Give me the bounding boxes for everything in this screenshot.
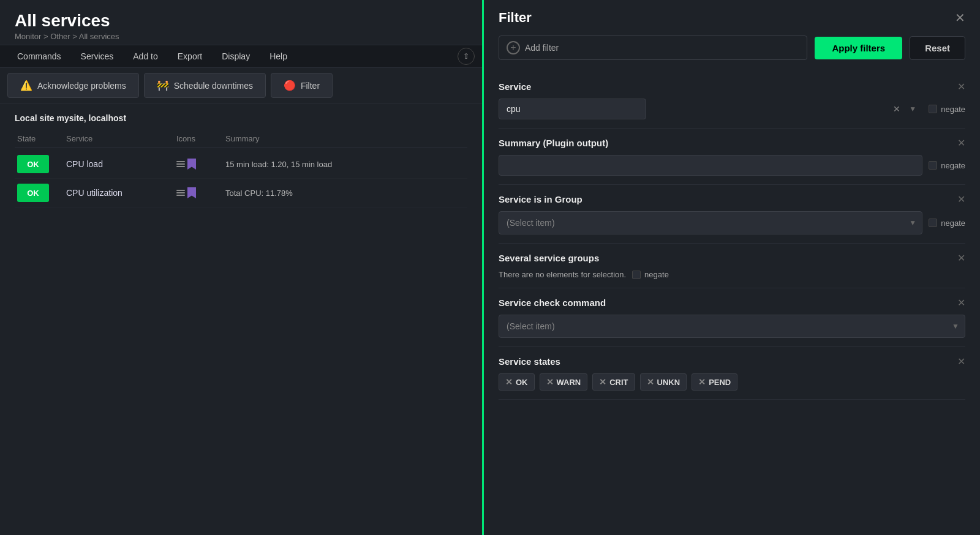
service-name[interactable]: CPU load — [66, 159, 176, 169]
service-group-select-wrap: (Select item) ▼ — [499, 211, 922, 234]
filter-row-check-command: (Select item) ▼ — [499, 315, 965, 338]
summary-negate-checkbox[interactable] — [929, 161, 937, 170]
add-filter-button[interactable]: + Add filter — [499, 36, 807, 60]
col-icons: Icons — [176, 134, 225, 143]
filter-section-header-service-group: Service is in Group ✕ — [499, 193, 965, 205]
filter-section-title-check-command: Service check command — [499, 297, 606, 308]
filter-row-service-group: (Select item) ▼ negate — [499, 211, 965, 234]
menu-commands[interactable]: Commands — [7, 45, 71, 67]
filter-section-header-check-command: Service check command ✕ — [499, 297, 965, 309]
table-header: State Service Icons Summary — [15, 130, 467, 148]
table-row: OK CPU load 15 min load: 1.20, 15 min lo… — [15, 150, 467, 179]
lines-icon — [176, 190, 185, 196]
menu-help[interactable]: Help — [260, 45, 297, 67]
cone-icon: 🚧 — [157, 80, 169, 91]
filter-row-service: ✕ ▼ negate — [499, 99, 965, 119]
filter-section-check-command: Service check command ✕ (Select item) ▼ — [499, 288, 965, 347]
summary-filter-input[interactable] — [499, 155, 922, 176]
service-negate-checkbox[interactable] — [929, 105, 937, 113]
filter-button[interactable]: 🔴 Filter — [271, 73, 333, 98]
col-summary: Summary — [225, 134, 465, 143]
chip-x-pend: ✕ — [698, 377, 706, 387]
reset-button[interactable]: Reset — [910, 36, 965, 60]
filter-section-title-service-group: Service is in Group — [499, 194, 582, 204]
site-header: Local site mysite, localhost — [15, 113, 467, 123]
acknowledge-problems-button[interactable]: ⚠️ Acknowledge problems — [7, 73, 139, 98]
service-input-wrap: ✕ ▼ — [499, 99, 922, 119]
filter-section-close-service-states[interactable]: ✕ — [957, 356, 965, 367]
no-elements-text: There are no elements for selection. — [499, 270, 626, 279]
menu-services[interactable]: Services — [71, 45, 124, 67]
filter-section-title-service-states: Service states — [499, 356, 560, 367]
bookmark-icon — [187, 159, 196, 170]
state-label-unkn: UNKN — [657, 378, 680, 387]
menu-display[interactable]: Display — [212, 45, 260, 67]
filter-section-service-states: Service states ✕ ✕ OK ✕ WARN ✕ CRIT ✕ UN… — [499, 347, 965, 400]
warning-icon: ⚠️ — [20, 80, 32, 91]
filter-section-header-summary: Summary (Plugin output) ✕ — [499, 137, 965, 149]
filter-section-service-group: Service is in Group ✕ (Select item) ▼ ne… — [499, 185, 965, 244]
page-header: All services Monitor > Other > All servi… — [0, 0, 482, 45]
summary-text: Total CPU: 11.78% — [225, 189, 465, 198]
breadcrumb: Monitor > Other > All services — [15, 32, 467, 41]
check-command-select[interactable]: (Select item) — [499, 315, 965, 338]
chip-x-warn: ✕ — [546, 377, 554, 387]
filter-section-close-several-groups[interactable]: ✕ — [957, 252, 965, 264]
page-title: All services — [15, 11, 467, 31]
service-name[interactable]: CPU utilization — [66, 188, 176, 198]
summary-text: 15 min load: 1.20, 15 min load — [225, 160, 465, 169]
menu-export[interactable]: Export — [168, 45, 212, 67]
filter-section-close-service[interactable]: ✕ — [957, 81, 965, 92]
apply-filters-button[interactable]: Apply filters — [815, 37, 902, 59]
chip-x-unkn: ✕ — [647, 377, 654, 387]
filter-close-button[interactable]: ✕ — [955, 12, 965, 24]
filter-section-header-service: Service ✕ — [499, 81, 965, 92]
state-label-ok: OK — [516, 378, 528, 387]
service-group-negate-label: negate — [941, 219, 965, 228]
filter-row-several-groups: There are no elements for selection. neg… — [499, 270, 965, 279]
bookmark-icon — [187, 187, 196, 198]
filter-section-summary: Summary (Plugin output) ✕ negate — [499, 129, 965, 185]
menu-chevron-button[interactable]: ⇧ — [458, 48, 475, 65]
several-groups-negate-wrap: negate — [632, 270, 669, 279]
service-group-negate-checkbox[interactable] — [929, 219, 937, 227]
check-command-select-wrap: (Select item) ▼ — [499, 315, 965, 338]
menu-bar: Commands Services Add to Export Display … — [0, 45, 482, 68]
filter-section-close-service-group[interactable]: ✕ — [957, 193, 965, 205]
table-area: Local site mysite, localhost State Servi… — [0, 103, 482, 535]
service-input-dropdown-arrow: ▼ — [909, 105, 916, 113]
state-cell: OK — [17, 184, 66, 202]
service-group-select[interactable]: (Select item) — [499, 211, 922, 234]
left-panel: All services Monitor > Other > All servi… — [0, 0, 484, 535]
schedule-downtimes-button[interactable]: 🚧 Schedule downtimes — [144, 73, 266, 98]
summary-negate-label: negate — [941, 161, 965, 170]
state-label-warn: WARN — [557, 378, 581, 387]
several-groups-negate-label: negate — [644, 270, 669, 279]
menu-add-to[interactable]: Add to — [123, 45, 167, 67]
filter-section-close-check-command[interactable]: ✕ — [957, 297, 965, 309]
filter-section-title-several-groups: Several service groups — [499, 253, 599, 263]
state-chip-unkn[interactable]: ✕ UNKN — [640, 373, 687, 391]
filter-section-header-several-groups: Several service groups ✕ — [499, 252, 965, 264]
filter-icon: 🔴 — [284, 80, 296, 91]
status-badge-ok: OK — [17, 184, 49, 202]
state-chip-ok[interactable]: ✕ OK — [499, 373, 535, 391]
status-badge-ok: OK — [17, 155, 49, 173]
service-filter-input[interactable] — [499, 99, 646, 119]
filter-panel: Filter ✕ + Add filter Apply filters Rese… — [484, 0, 980, 535]
chip-x-ok: ✕ — [505, 377, 513, 387]
service-group-negate-wrap: negate — [929, 219, 965, 228]
state-chip-pend[interactable]: ✕ PEND — [692, 373, 737, 391]
table-row: OK CPU utilization Total CPU: 11.78% — [15, 179, 467, 208]
filter-title: Filter — [499, 10, 532, 26]
plus-circle-icon: + — [507, 41, 520, 54]
service-input-clear[interactable]: ✕ — [893, 104, 900, 114]
filter-section-close-summary[interactable]: ✕ — [957, 137, 965, 149]
several-groups-negate-checkbox[interactable] — [632, 271, 641, 279]
filter-section-title-summary: Summary (Plugin output) — [499, 138, 608, 148]
state-chip-warn[interactable]: ✕ WARN — [540, 373, 588, 391]
filter-top-bar: + Add filter Apply filters Reset — [499, 36, 965, 60]
state-chip-crit[interactable]: ✕ CRIT — [592, 373, 635, 391]
filter-section-title-service: Service — [499, 81, 531, 92]
filter-section-service: Service ✕ ✕ ▼ negate — [499, 72, 965, 129]
